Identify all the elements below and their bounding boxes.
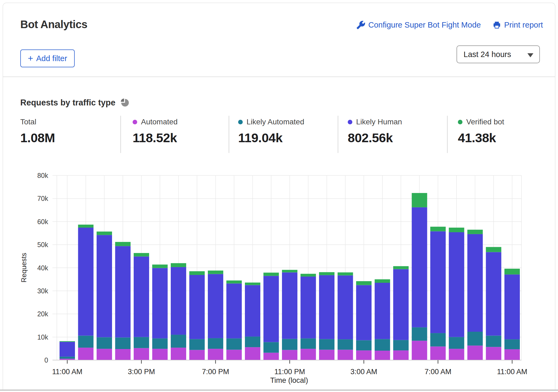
bar-segment-verified-bot[interactable] bbox=[245, 283, 260, 285]
bar-segment-automated[interactable] bbox=[171, 348, 186, 360]
bar-segment-likely-human[interactable] bbox=[115, 246, 131, 337]
bar-segment-automated[interactable] bbox=[375, 351, 390, 360]
bar-segment-verified-bot[interactable] bbox=[319, 272, 334, 275]
add-filter-button[interactable]: + Add filter bbox=[20, 49, 75, 67]
bar-segment-likely-human[interactable] bbox=[227, 284, 242, 338]
bar-segment-likely-human[interactable] bbox=[245, 285, 260, 337]
bar-segment-automated[interactable] bbox=[430, 347, 446, 360]
bar-segment-automated[interactable] bbox=[486, 347, 501, 360]
bar-segment-automated[interactable] bbox=[301, 349, 316, 360]
print-report-link[interactable]: Print report bbox=[493, 21, 543, 29]
bar-segment-automated[interactable] bbox=[97, 349, 112, 360]
bar-segment-likely-human[interactable] bbox=[134, 257, 149, 337]
bar-segment-verified-bot[interactable] bbox=[264, 273, 279, 276]
bar-segment-likely-human[interactable] bbox=[264, 276, 279, 342]
stat-likely-human[interactable]: Likely Human 802.56k bbox=[348, 117, 402, 145]
bar-segment-likely-automated[interactable] bbox=[227, 338, 242, 350]
bar-segment-likely-automated[interactable] bbox=[152, 338, 168, 349]
bar-segment-verified-bot[interactable] bbox=[134, 253, 149, 257]
bar-segment-verified-bot[interactable] bbox=[78, 225, 94, 228]
bar-segment-likely-human[interactable] bbox=[338, 275, 353, 339]
stat-likely-automated[interactable]: Likely Automated 119.04k bbox=[238, 117, 304, 145]
bar-segment-likely-human[interactable] bbox=[301, 277, 316, 338]
bar-segment-likely-automated[interactable] bbox=[393, 340, 409, 350]
bar-segment-verified-bot[interactable] bbox=[171, 263, 186, 267]
bar-segment-verified-bot[interactable] bbox=[356, 281, 372, 285]
stat-verified-bot[interactable]: Verified bot 41.38k bbox=[458, 117, 504, 145]
bar-segment-likely-automated[interactable] bbox=[208, 338, 223, 349]
bar-segment-automated[interactable] bbox=[134, 348, 149, 360]
bar-segment-automated[interactable] bbox=[356, 350, 372, 360]
bar-segment-likely-automated[interactable] bbox=[115, 337, 131, 349]
bar-segment-likely-human[interactable] bbox=[393, 269, 409, 340]
bar-segment-likely-automated[interactable] bbox=[375, 339, 390, 351]
bar-segment-likely-human[interactable] bbox=[375, 283, 390, 339]
bar-segment-verified-bot[interactable] bbox=[338, 273, 353, 275]
bar-segment-likely-automated[interactable] bbox=[430, 333, 446, 347]
bar-segment-likely-human[interactable] bbox=[504, 274, 520, 339]
bar-segment-verified-bot[interactable] bbox=[504, 269, 520, 274]
bar-segment-verified-bot[interactable] bbox=[430, 227, 446, 231]
bar-segment-likely-human[interactable] bbox=[60, 342, 75, 357]
bar-segment-automated[interactable] bbox=[60, 359, 75, 360]
bar-segment-likely-automated[interactable] bbox=[486, 336, 501, 347]
bar-segment-likely-automated[interactable] bbox=[245, 337, 260, 347]
bar-segment-likely-automated[interactable] bbox=[449, 337, 464, 349]
bar-segment-automated[interactable] bbox=[467, 346, 483, 360]
time-range-dropdown[interactable]: Last 24 hours bbox=[457, 45, 540, 63]
bar-segment-likely-human[interactable] bbox=[171, 267, 186, 335]
bar-segment-automated[interactable] bbox=[115, 349, 131, 360]
bar-segment-likely-automated[interactable] bbox=[301, 338, 316, 349]
bar-segment-likely-automated[interactable] bbox=[60, 357, 75, 359]
bar-segment-automated[interactable] bbox=[412, 341, 427, 360]
bar-segment-verified-bot[interactable] bbox=[375, 279, 390, 283]
bar-segment-automated[interactable] bbox=[245, 347, 260, 360]
stat-automated[interactable]: Automated 118.52k bbox=[133, 117, 178, 145]
bar-segment-automated[interactable] bbox=[152, 349, 168, 360]
bar-segment-verified-bot[interactable] bbox=[412, 193, 427, 207]
bar-segment-automated[interactable] bbox=[264, 353, 279, 360]
bar-segment-likely-automated[interactable] bbox=[264, 342, 279, 353]
bar-segment-automated[interactable] bbox=[282, 350, 297, 360]
bar-segment-automated[interactable] bbox=[338, 350, 353, 360]
bar-segment-likely-automated[interactable] bbox=[467, 332, 483, 346]
bar-segment-likely-automated[interactable] bbox=[189, 339, 205, 350]
bar-segment-automated[interactable] bbox=[319, 350, 334, 360]
bar-segment-verified-bot[interactable] bbox=[115, 242, 131, 246]
bar-segment-likely-automated[interactable] bbox=[319, 339, 334, 350]
bar-segment-automated[interactable] bbox=[208, 349, 223, 360]
bar-segment-automated[interactable] bbox=[504, 349, 520, 360]
bar-segment-likely-human[interactable] bbox=[486, 252, 501, 335]
bar-segment-likely-automated[interactable] bbox=[171, 335, 186, 348]
bar-segment-verified-bot[interactable] bbox=[97, 231, 112, 235]
bar-segment-verified-bot[interactable] bbox=[486, 247, 501, 252]
bar-segment-likely-automated[interactable] bbox=[282, 339, 297, 350]
bar-segment-likely-human[interactable] bbox=[189, 275, 205, 339]
bar-segment-automated[interactable] bbox=[189, 350, 205, 360]
bar-segment-likely-automated[interactable] bbox=[338, 339, 353, 350]
bar-segment-verified-bot[interactable] bbox=[189, 271, 205, 275]
bar-segment-likely-human[interactable] bbox=[152, 268, 168, 338]
bar-segment-verified-bot[interactable] bbox=[467, 230, 483, 234]
bar-segment-likely-human[interactable] bbox=[430, 231, 446, 333]
configure-super-bot-fight-mode-link[interactable]: Configure Super Bot Fight Mode bbox=[357, 21, 481, 29]
stat-total[interactable]: Total 1.08M bbox=[20, 117, 55, 145]
bar-segment-automated[interactable] bbox=[78, 348, 94, 360]
bar-segment-automated[interactable] bbox=[393, 350, 409, 360]
bar-segment-likely-human[interactable] bbox=[208, 274, 223, 338]
bar-segment-likely-automated[interactable] bbox=[356, 340, 372, 351]
bar-segment-automated[interactable] bbox=[449, 349, 464, 360]
bar-segment-verified-bot[interactable] bbox=[301, 274, 316, 277]
bar-segment-verified-bot[interactable] bbox=[208, 271, 223, 274]
bar-segment-likely-human[interactable] bbox=[449, 232, 464, 337]
bar-segment-verified-bot[interactable] bbox=[60, 341, 75, 342]
bar-segment-automated[interactable] bbox=[227, 350, 242, 360]
bar-segment-verified-bot[interactable] bbox=[227, 280, 242, 283]
bar-segment-likely-automated[interactable] bbox=[504, 339, 520, 349]
bar-segment-verified-bot[interactable] bbox=[393, 266, 409, 269]
bar-segment-likely-human[interactable] bbox=[319, 275, 334, 339]
bar-segment-likely-automated[interactable] bbox=[134, 337, 149, 348]
bar-segment-likely-human[interactable] bbox=[78, 228, 94, 336]
bar-segment-likely-automated[interactable] bbox=[412, 327, 427, 341]
bar-segment-verified-bot[interactable] bbox=[282, 270, 297, 272]
